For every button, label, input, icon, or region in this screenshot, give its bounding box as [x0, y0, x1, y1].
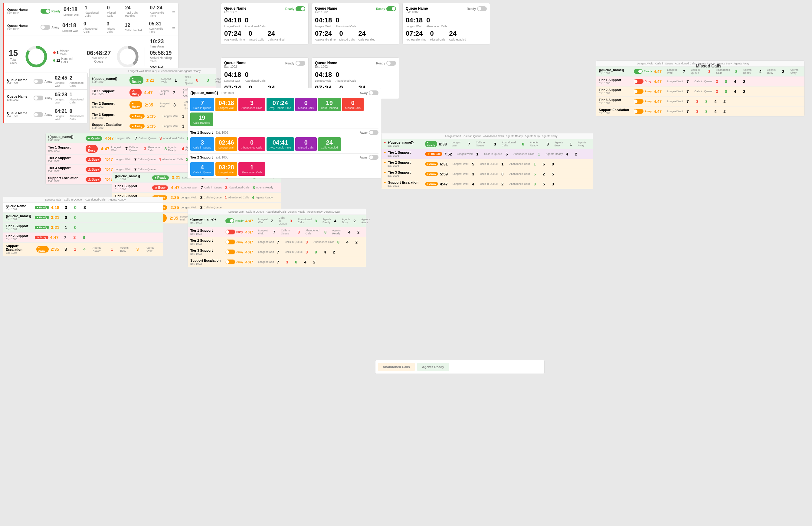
far-right-table: Longest Wait Calls in Queue Abandoned Ca…: [596, 60, 805, 116]
rm1-toggle[interactable]: Ready: [285, 61, 305, 65]
small-card-2: Queue Name Ext: 1002 Away 05:28 Longest …: [3, 89, 88, 107]
ct-row-2: Tier 1 Support Ext: 1003 ⚠ Busy 4:47 Lon…: [112, 183, 281, 193]
rt3-toggle[interactable]: Ready: [467, 6, 487, 11]
tc-status-3: ⚠ Busy: [86, 157, 101, 162]
handled-dot: [53, 59, 55, 62]
missed-dot: [53, 52, 56, 54]
at4-toggle[interactable]: Away: [226, 250, 244, 254]
status-toggle[interactable]: Ready: [41, 9, 60, 14]
tier1-toggle[interactable]: Away: [360, 130, 378, 135]
mb-handled-2: 19 Calls Handled: [190, 113, 213, 126]
small-card-1: Queue Name Ext: 1002 Away 02:45 Longest …: [3, 73, 88, 90]
abandoned-calls: 1 Abandoned Calls: [85, 5, 104, 17]
rt2-mc: 0 Missed Calls: [339, 30, 354, 41]
rt3-ch: 24 Calls Handled: [449, 30, 466, 41]
rt1-aht: 07:24 Avg Handle Time: [224, 30, 245, 41]
rat-row-1: ● {{queue_name}} Ext: 1002 ● Ready 8:38 …: [381, 139, 593, 149]
toggle-sm3[interactable]: Away: [33, 112, 52, 117]
rat-row-2: ● Tier 1 Support Ext: 1003 ⚡ On Call 7:5…: [381, 149, 593, 159]
mb-calls-handled: 19 Calls Handled: [318, 98, 341, 111]
bl-row-4: Tier 2 Support Ext: 1003 ⚠ Busy 4:47 7 3…: [3, 233, 163, 243]
frt-row-2: Tier 1 Support Ext: 1003 Busy 4:47 Longe…: [596, 76, 804, 87]
queue-ext: Ext: 1002: [7, 12, 38, 15]
status-toggle-2[interactable]: Away: [41, 25, 59, 30]
rat-row-5: ● Support Escalation Ext: 1911 ● Away 4:…: [381, 179, 593, 189]
menu-icon-2[interactable]: ☰: [172, 25, 175, 29]
rt2-toggle[interactable]: Ready: [376, 6, 396, 11]
handled-count: 12: [56, 59, 60, 62]
toggle-sm2[interactable]: Away: [33, 96, 52, 100]
t2-lw: 03:28 Longest Wait: [215, 162, 237, 176]
tc-status-4: ⚠ Busy: [86, 167, 101, 172]
rt3-mc: 0 Missed Calls: [430, 30, 445, 41]
q-name-2: Queue Name Ext: 1002: [7, 95, 31, 101]
rm1-ac: 0 Abandoned Calls: [245, 71, 266, 82]
rt3-lw: 04:18 Longest Wait: [406, 16, 423, 28]
bl-row-1: Queue Name Ext: 1002 ● Ready 4:18 3 0 3: [3, 203, 163, 213]
top-left-card: Queue Name Ext: 1002 Ready 04:18 Longest…: [3, 3, 178, 78]
lw-sm1: 02:45 Longest Wait: [55, 75, 67, 87]
rt-card-3: Queue Name Ext: 1002 Ready 04:18 Longest…: [402, 3, 490, 44]
tb-row-1: {{queue_name}} Ext: 1002 ● Ready 3:21 Lo…: [89, 74, 216, 87]
toggle-switch-2[interactable]: [41, 25, 50, 30]
divider2: [145, 47, 145, 65]
t1-ac: 0 Abandoned Calls: [238, 137, 265, 151]
toggle-sm1[interactable]: Away: [33, 79, 52, 84]
q-name: Queue Name Ext: 1002: [7, 78, 31, 85]
total-calls: 24 Total Calls Handled: [125, 5, 147, 17]
top-right-missed-label: Missed Calls: [696, 63, 722, 68]
t1-mc: 0 Missed Calls: [295, 137, 317, 151]
t2-ac: 1 Abandoned Calls: [238, 162, 265, 176]
frt2-toggle[interactable]: Busy: [634, 79, 652, 84]
at2-toggle[interactable]: Busy: [226, 230, 244, 234]
bsc-ar: Agents Ready: [417, 363, 449, 371]
toggle-switch[interactable]: [41, 9, 50, 14]
missed-lbl: Missed Calls: [60, 49, 77, 56]
menu-icon[interactable]: ☰: [172, 9, 175, 13]
frt3-toggle[interactable]: Away: [634, 89, 652, 94]
bl-row-5: Support Escalation Ext: 1004 ● Away 2:35…: [3, 243, 163, 256]
frt5-toggle[interactable]: Away: [634, 109, 652, 114]
rt2-ac: 0 Abandoned Calls: [335, 16, 357, 28]
at-row-2: Tier 1 Support Ext: 1003 Busy 4:47 Longe…: [188, 227, 366, 237]
rt1-toggle[interactable]: Ready: [285, 6, 305, 11]
frt-row-5: Support Escalation Ext: 1002 Away 4:47 L…: [596, 106, 804, 116]
mb-longest-wait: 04:18 Longest Wait: [215, 98, 237, 111]
tc-status-1: ● Ready: [86, 136, 102, 141]
rm2-toggle[interactable]: Ready: [376, 61, 396, 65]
frt4-toggle[interactable]: Away: [634, 99, 652, 104]
rt1-lw: 04:18 Longest Wait: [224, 16, 241, 28]
tc-status-5: ⚠ Busy: [86, 177, 101, 182]
rt-card-1: Queue Name Ext: 1002 Ready 04:18 Longest…: [221, 3, 308, 44]
at1-toggle[interactable]: Ready: [226, 218, 244, 223]
rm1-lw: 04:18 Longest Wait: [224, 71, 241, 82]
rt2-lw: 04:18 Longest Wait: [315, 16, 332, 28]
rt1-ch: 24 Calls Handled: [267, 30, 285, 41]
calls-handled-2: 12 Calls Handled: [125, 23, 146, 32]
detail-1001-toggle[interactable]: Away: [360, 90, 378, 95]
abandoned-calls-2: 0 Abandoned Calls: [84, 21, 104, 33]
rat-row-4: ● Tier 3 Support Ext: 1005 ● Away 5:59 L…: [381, 169, 593, 179]
queue-name-cell-2: Queue Name Ext: 1002: [7, 24, 38, 31]
mb-calls-queue: 7 Calls in Queue: [190, 98, 214, 111]
lw-sm2: 05:28 Longest Wait: [55, 92, 67, 104]
status-away-2: ● Away: [130, 114, 145, 119]
rt1-ac: 0 Abandoned Calls: [245, 16, 266, 28]
mb-missed-2: 0 Missed Calls: [342, 98, 364, 111]
at-row-3: Tier 2 Support Ext: 1002 Away 4:47 Longe…: [188, 237, 366, 247]
avg-handle-2: 05:31 Avg Handle Time: [149, 21, 169, 33]
bl-row-3: Tier 1 Support Ext: 1002 ● Ready 3:21 1 …: [3, 223, 163, 233]
queue-name: Queue Name: [7, 8, 38, 12]
at5-toggle[interactable]: Away: [226, 260, 244, 264]
frt1-toggle[interactable]: Ready: [634, 69, 652, 74]
at3-toggle[interactable]: Away: [226, 239, 244, 244]
right-agent-table: Longest Wait Calls in Queue Abandoned Ca…: [381, 133, 593, 189]
longest-wait-2: 04:18 Longest Wait: [62, 23, 81, 32]
queue-row-1: Queue Name Ext: 1002 Ready 04:18 Longest…: [4, 3, 178, 19]
t1-aht: 04:41 Avg. Handle Time: [266, 137, 294, 151]
longest-wait: 04:18 Longest Wait: [63, 6, 82, 16]
status-busy: ⚠ Busy: [130, 89, 142, 97]
tier2-toggle[interactable]: Away: [360, 155, 378, 160]
status-label: Ready: [52, 10, 60, 13]
missed-calls-2: 3 Missed Calls: [107, 21, 122, 33]
